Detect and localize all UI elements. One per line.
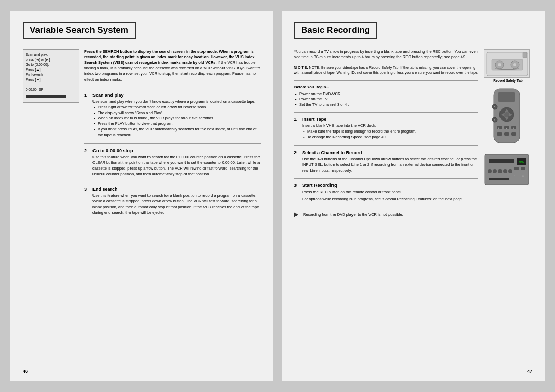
right-step-2-title: Select a Channel to Record xyxy=(302,150,362,155)
progress-bar xyxy=(26,95,66,98)
right-step-1: 1 Insert Tape Insert a blank VHS tape in… xyxy=(294,117,478,140)
step-1-body: Use scan and play when you don't know ex… xyxy=(92,99,261,138)
svg-text:1: 1 xyxy=(498,126,500,129)
step-1-number: 1 xyxy=(84,92,89,98)
bullet-item: The display will show "Scan and Play". xyxy=(92,110,261,116)
svg-rect-8 xyxy=(498,92,515,102)
svg-point-35 xyxy=(503,169,507,173)
bullet-item: Press right arrow for forward scan or le… xyxy=(92,105,261,110)
bullet-item: To change the Recording Speed, see page … xyxy=(302,135,478,140)
step-1: 1 Scan and play Use scan and play when y… xyxy=(84,92,261,138)
tape-image xyxy=(484,49,530,78)
left-page: Variable Search System Scan and play: pr… xyxy=(10,11,273,381)
bullet-item: Make sure the tape is long enough to rec… xyxy=(302,129,478,135)
screen-line-3: Go to (0:00:00): xyxy=(26,62,76,67)
svg-text:2: 2 xyxy=(506,126,508,129)
svg-point-36 xyxy=(508,169,512,173)
right-step-2-number: 2 xyxy=(294,150,299,155)
svg-point-3 xyxy=(498,63,501,66)
bullet-item: Press the PLAY button to view that progr… xyxy=(92,121,261,127)
left-intro-text: Press the SEARCH button to display the s… xyxy=(84,49,261,83)
step-3-body: Use this feature when you want to search… xyxy=(92,193,261,216)
record-safety-tab-label: Record Safety Tab xyxy=(484,79,532,82)
svg-rect-41 xyxy=(489,178,509,180)
svg-text:3: 3 xyxy=(513,126,515,129)
vcr-svg: 0:00 1 6 xyxy=(484,152,530,188)
screen-line-6: Press [▼] xyxy=(26,77,76,82)
screen-line-1: Scan and play: xyxy=(26,52,76,58)
step-3-number: 3 xyxy=(84,186,89,192)
svg-rect-19 xyxy=(504,132,509,136)
svg-text:0:00: 0:00 xyxy=(519,160,524,163)
right-divider-1 xyxy=(294,112,478,113)
screen-line-8: 0:00:00 SP xyxy=(26,87,76,92)
svg-point-33 xyxy=(493,169,497,173)
right-step-1-title: Insert Tape xyxy=(302,117,326,122)
screen-line-2: press [◄] or [►] xyxy=(26,57,76,62)
right-note-text: N O T E: NOTE: Be sure your videotape ha… xyxy=(294,65,478,76)
remote-container: 1 2 3 5 6 xyxy=(484,86,532,147)
bottom-note: Recording from the DVD player to the VCR… xyxy=(294,212,478,218)
right-step-2-body: Use the 0–9 buttons or the Channel Up/Do… xyxy=(302,157,478,174)
divider-3 xyxy=(84,182,261,182)
remote-svg: 1 2 3 5 6 xyxy=(484,86,530,145)
right-step-3-number: 3 xyxy=(294,183,299,188)
divider-2 xyxy=(84,143,261,144)
step-3: 3 End search Use this feature when you w… xyxy=(84,186,261,216)
right-divider-4 xyxy=(294,208,478,208)
before-begin-label: Before You Begin... xyxy=(294,85,478,89)
screen-line-7 xyxy=(26,82,76,87)
svg-rect-29 xyxy=(489,159,514,163)
svg-text:5: 5 xyxy=(494,106,496,109)
svg-rect-20 xyxy=(511,132,516,136)
vcr-container: 0:00 1 6 xyxy=(484,152,532,190)
svg-rect-37 xyxy=(514,167,519,170)
screen-line-4: Press [▲] xyxy=(26,67,76,72)
right-step-3-title: Start Recording xyxy=(302,183,337,188)
svg-rect-6 xyxy=(523,52,527,58)
right-section-title: Basic Recording xyxy=(294,22,377,39)
divider-4 xyxy=(84,221,261,221)
right-page: Basic Recording You can record a TV show… xyxy=(282,11,545,381)
before-begin-item: Set the TV to channel 3 or 4 . xyxy=(294,102,478,108)
tape-container: Record Safety Tab xyxy=(484,49,532,82)
before-begin-item: Power on the DVD-VCR xyxy=(294,91,478,97)
note-label: N O T E: xyxy=(294,66,308,69)
bullet-item: When an index mark is found, the VCR pla… xyxy=(92,116,261,121)
left-page-number: 46 xyxy=(23,369,28,374)
svg-text:1: 1 xyxy=(514,175,516,178)
svg-point-5 xyxy=(513,63,516,66)
right-step-1-bullets: Make sure the tape is long enough to rec… xyxy=(302,129,478,140)
right-divider-3 xyxy=(294,178,478,179)
step-2: 2 Go to 0:00:00 stop Use this feature wh… xyxy=(84,148,261,177)
step-1-title: Scan and play xyxy=(92,92,124,98)
svg-point-14 xyxy=(504,112,509,117)
right-image-panel: Record Safety Tab xyxy=(484,49,532,218)
triangle-icon xyxy=(294,212,298,217)
right-step-2: 2 Select a Channel to Record Use the 0–9… xyxy=(294,150,478,174)
svg-rect-38 xyxy=(521,167,525,170)
bullet-item: If you don't press PLAY, the VCR automat… xyxy=(92,127,261,138)
right-divider-0 xyxy=(294,80,478,81)
svg-point-32 xyxy=(488,169,492,173)
screen-display: Scan and play: press [◄] or [►] Go to (0… xyxy=(23,49,79,103)
left-intro-bold: Press the SEARCH button to display the s… xyxy=(84,49,254,65)
right-step-1-body: Insert a blank VHS tape into the VCR dec… xyxy=(302,123,478,140)
step-2-number: 2 xyxy=(84,148,89,153)
svg-point-34 xyxy=(498,169,502,173)
divider-1 xyxy=(84,88,261,88)
step-2-title: Go to 0:00:00 stop xyxy=(92,148,133,153)
right-step-3: 3 Start Recording Press the REC button o… xyxy=(294,183,478,202)
svg-rect-18 xyxy=(497,132,502,136)
step-1-bullets: Press right arrow for forward scan or le… xyxy=(92,105,261,138)
svg-text:6: 6 xyxy=(494,119,496,122)
step-2-body: Use this feature when you want to search… xyxy=(92,155,261,177)
right-step-1-number: 1 xyxy=(294,117,299,122)
right-page-number: 47 xyxy=(527,369,532,374)
screen-line-5: End search: xyxy=(26,72,76,78)
right-divider-2 xyxy=(294,145,478,146)
right-step-3-body: Press the REC button on the remote contr… xyxy=(302,190,478,202)
right-intro-text: You can record a TV show in progress by … xyxy=(294,49,478,61)
tape-svg xyxy=(484,50,530,78)
left-section-title: Variable Search System xyxy=(23,22,136,39)
